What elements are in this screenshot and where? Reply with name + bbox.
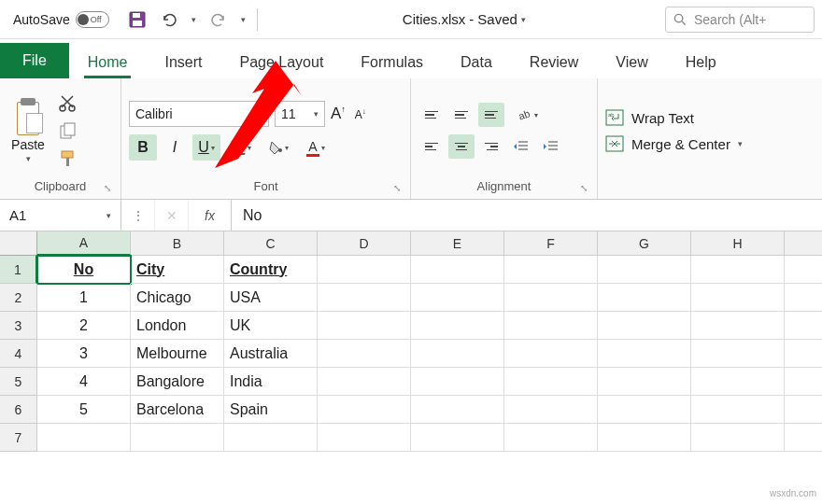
format-painter-icon[interactable] [58,149,80,168]
cell[interactable] [318,312,411,340]
tab-review[interactable]: Review [511,45,597,78]
namebox-dropdown-icon[interactable]: ▾ [106,211,111,220]
cell[interactable] [318,340,411,368]
redo-icon[interactable] [209,10,228,29]
cell[interactable] [598,424,691,452]
select-all-corner[interactable] [0,231,37,256]
cell[interactable] [691,284,785,312]
merge-dropdown-icon[interactable]: ▾ [738,139,743,148]
bold-button[interactable]: B [129,134,157,161]
name-box[interactable]: A1 ▾ [0,200,121,231]
cell[interactable] [411,340,504,368]
cell[interactable] [785,340,822,368]
cell[interactable] [504,340,598,368]
tab-data[interactable]: Data [442,45,511,78]
cell-A2[interactable]: 1 [37,284,131,312]
cell-B5[interactable]: Bangalore [131,368,224,396]
title-dropdown-icon[interactable]: ▾ [521,15,526,24]
tab-page-layout[interactable]: Page Layout [220,45,342,78]
cell[interactable] [318,284,411,312]
cell[interactable] [411,284,504,312]
cell-B1[interactable]: City [131,256,224,284]
decrease-indent-button[interactable] [508,134,534,159]
orientation-button[interactable]: ab▾ [508,103,546,127]
cell-A4[interactable]: 3 [37,340,131,368]
col-header[interactable]: E [411,231,504,256]
cell[interactable] [691,424,785,452]
cell-A3[interactable]: 2 [37,312,131,340]
tab-formulas[interactable]: Formulas [342,45,442,78]
cell[interactable] [691,312,785,340]
row-header[interactable]: 4 [0,340,37,368]
save-icon[interactable] [128,10,147,29]
cell-A6[interactable]: 5 [37,396,131,424]
col-header[interactable]: D [318,231,411,256]
tab-file[interactable]: File [0,43,69,78]
font-size-select[interactable]: 11 ▾ [275,101,325,127]
cell[interactable] [598,284,691,312]
cell[interactable] [504,368,598,396]
font-name-select[interactable]: Calibri ▾ [129,101,269,127]
cell[interactable] [785,284,822,312]
fx-label[interactable]: fx [189,200,232,231]
cell-C2[interactable]: USA [224,284,318,312]
formula-value[interactable]: No [232,200,822,231]
autosave-toggle[interactable]: AutoSave Off [7,11,115,28]
align-bottom-button[interactable] [478,103,504,127]
cell[interactable] [785,256,822,284]
tab-help[interactable]: Help [667,45,735,78]
align-middle-button[interactable] [448,103,475,127]
font-color-button[interactable]: A ▾ [299,134,333,161]
cell[interactable] [504,256,598,284]
row-header[interactable]: 3 [0,312,37,340]
row-header[interactable]: 1 [0,256,37,284]
cell[interactable] [411,368,504,396]
cell[interactable] [318,368,411,396]
toggle-switch[interactable]: Off [76,11,109,28]
cell[interactable] [598,368,691,396]
search-input[interactable]: Search (Alt+ [665,7,815,33]
undo-dropdown-icon[interactable]: ▾ [191,15,196,24]
alignment-launcher-icon[interactable]: ⤡ [580,183,588,193]
fx-expand-icon[interactable]: ⋮ [121,200,155,231]
cell[interactable] [411,312,504,340]
cell[interactable] [785,424,822,452]
fill-color-button[interactable]: ▾ [262,134,295,161]
cell[interactable] [504,312,598,340]
tab-insert[interactable]: Insert [146,45,220,78]
align-top-button[interactable] [418,103,445,127]
cell-A5[interactable]: 4 [37,368,131,396]
cell[interactable] [318,424,411,452]
cell[interactable] [785,368,822,396]
cell-B3[interactable]: London [131,312,224,340]
cell[interactable] [411,396,504,424]
align-center-button[interactable] [448,134,475,159]
paste-button[interactable]: Paste ▾ [7,98,49,163]
cell-C3[interactable]: UK [224,312,318,340]
wrap-text-button[interactable]: ab Wrap Text [605,109,743,126]
cell-B4[interactable]: Melbourne [131,340,224,368]
col-header[interactable]: B [131,231,224,256]
cell[interactable] [504,424,598,452]
cell-B6[interactable]: Barcelona [131,396,224,424]
cell-C1[interactable]: Country [224,256,318,284]
font-launcher-icon[interactable]: ⤡ [393,183,401,193]
fx-cancel-icon[interactable]: ✕ [155,200,189,231]
col-header[interactable]: G [598,231,691,256]
col-header[interactable]: F [504,231,598,256]
cell[interactable] [691,340,785,368]
cell[interactable] [598,312,691,340]
row-header[interactable]: 6 [0,396,37,424]
cell[interactable] [691,256,785,284]
cell-B2[interactable]: Chicago [131,284,224,312]
cell[interactable] [691,396,785,424]
cell[interactable] [504,396,598,424]
cell[interactable] [691,368,785,396]
tab-home[interactable]: Home [69,45,147,78]
col-header[interactable]: I [785,231,822,256]
document-title[interactable]: Cities.xlsx - Saved ▾ [269,11,659,27]
cell[interactable] [318,256,411,284]
cell[interactable] [598,340,691,368]
copy-icon[interactable] [58,121,80,140]
cell[interactable] [598,256,691,284]
